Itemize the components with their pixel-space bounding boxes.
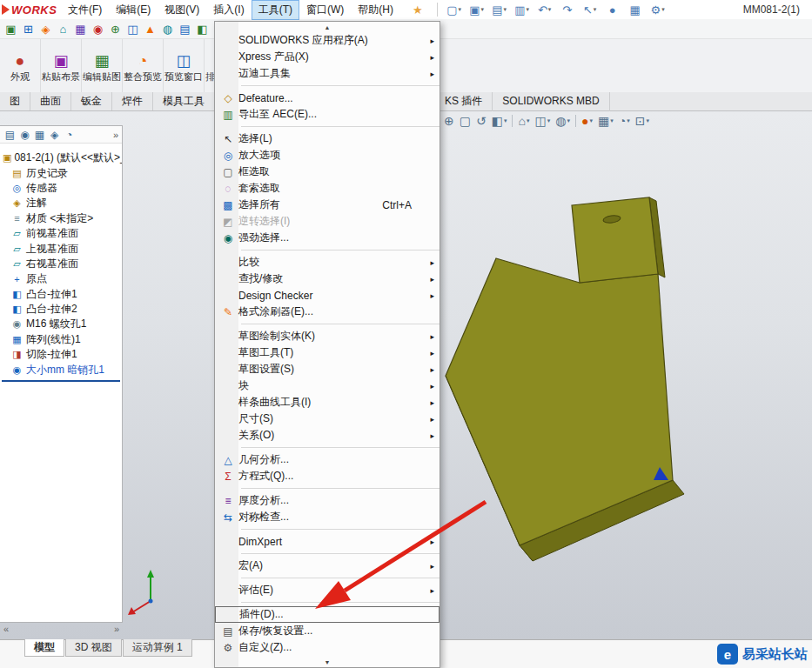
preview-window-button[interactable]: ◫预览窗口	[164, 39, 205, 92]
menubar-item[interactable]: 编辑(E)	[109, 0, 158, 20]
undo-icon[interactable]: ↶▾	[535, 2, 554, 17]
menu-item[interactable]: ▥导出至 AEC(E)...	[215, 106, 440, 123]
propertymanager-tab-icon[interactable]: ◉	[17, 128, 32, 142]
tree-item[interactable]: ◉大小mm 暗销孔1	[0, 362, 122, 377]
menu-item[interactable]: ⇆对称检查...	[215, 509, 440, 525]
menu-item[interactable]: ≡厚度分析...	[215, 492, 440, 509]
menu-item[interactable]: 查找/修改▸	[215, 271, 440, 287]
configurationmanager-tab-icon[interactable]: ▦	[32, 128, 47, 142]
menu-item[interactable]: △几何分析...	[215, 451, 440, 468]
rebuild-icon[interactable]: ●	[603, 2, 622, 17]
ribbon-tab[interactable]: 图	[0, 92, 30, 110]
toolbar-icon[interactable]: ⊕	[107, 21, 124, 37]
tree-item[interactable]: ◉M16 螺纹孔1	[0, 317, 122, 331]
menu-item[interactable]: Σ方程式(Q)...	[215, 468, 440, 484]
tree-item[interactable]: ◧凸台-拉伸1	[0, 287, 122, 302]
menu-item[interactable]: 草图设置(S)▸	[215, 361, 440, 377]
menu-item[interactable]: 草图绘制实体(K)▸	[215, 328, 440, 344]
panel-expand-button[interactable]: »	[114, 624, 119, 634]
apply-scene-icon[interactable]: ▦▾	[598, 114, 614, 128]
menubar-item[interactable]: 插入(I)	[206, 0, 251, 20]
save-icon[interactable]: ▤▾	[490, 2, 509, 17]
toolbar-icon[interactable]: ▲	[142, 21, 158, 37]
menu-item[interactable]: ⚙自定义(Z)...	[215, 639, 440, 656]
appearance-button[interactable]: ●外观	[0, 39, 41, 92]
toolbar-icon[interactable]: ▣	[3, 21, 19, 37]
hide-show-items-icon[interactable]: ◍▾	[555, 114, 570, 128]
menu-item[interactable]: 关系(O)▸	[215, 427, 440, 444]
file-properties-icon[interactable]: ▦	[626, 2, 645, 17]
new-document-icon[interactable]: ▢▾	[445, 2, 464, 17]
menu-item[interactable]: DimXpert▸	[215, 533, 440, 550]
ribbon-tab[interactable]: 焊件	[112, 92, 153, 110]
menu-item[interactable]: 草图工具(T)▸	[215, 344, 440, 361]
panel-collapse-button[interactable]: «	[3, 624, 9, 634]
menu-item[interactable]: 样条曲线工具(I)▸	[215, 394, 440, 411]
toolbar-icon[interactable]: ◉	[90, 21, 106, 37]
tree-item[interactable]: ▱前视基准面	[0, 226, 122, 241]
tree-item[interactable]: ◨切除-拉伸1	[0, 347, 122, 362]
menu-item[interactable]: ↖选择(L)	[215, 130, 440, 147]
menubar-item[interactable]: 窗口(W)	[299, 0, 351, 20]
menu-item[interactable]: ▩选择所有Ctrl+A	[215, 197, 440, 213]
menubar-item[interactable]: 视图(V)	[158, 0, 206, 20]
panel-fly-out-button[interactable]: »	[113, 130, 122, 140]
rollback-bar[interactable]	[2, 380, 120, 382]
menu-item[interactable]: 比较▸	[215, 254, 440, 271]
menu-item[interactable]: 插件(D)...	[215, 606, 440, 623]
document-tab[interactable]: 模型	[24, 639, 64, 657]
menubar-item[interactable]: 帮助(H)	[351, 0, 400, 20]
tree-item[interactable]: ▱右视基准面	[0, 257, 122, 271]
pin-star-icon[interactable]: ★	[413, 3, 423, 17]
menu-item[interactable]: 块▸	[215, 377, 440, 394]
toolbar-icon[interactable]: ▦	[72, 21, 89, 37]
zoom-fit-icon[interactable]: ⊕	[444, 114, 454, 128]
integrated-preview-button[interactable]: ◔整合预览	[123, 39, 164, 92]
menu-scroll-up-icon[interactable]: ▲	[215, 22, 440, 32]
redo-icon[interactable]: ↷	[558, 2, 577, 17]
toolbar-icon[interactable]: ◫	[124, 21, 141, 37]
tree-item[interactable]: ◎传感器	[0, 181, 122, 196]
menubar-item[interactable]: 工具(T)	[252, 0, 299, 20]
menu-item[interactable]: 宏(A)▸	[215, 558, 440, 574]
previous-view-icon[interactable]: ↺	[476, 114, 487, 128]
ribbon-tab[interactable]: 模具工具	[153, 92, 215, 110]
menu-item[interactable]: ▢框选取	[215, 164, 440, 180]
toolbar-icon[interactable]: ▤	[177, 21, 193, 37]
ribbon-tab[interactable]: SOLIDWORKS MBD	[493, 92, 609, 111]
toolbar-icon[interactable]: ◈	[37, 21, 54, 37]
menu-item[interactable]: ◇Defeature...	[215, 90, 440, 106]
ribbon-tab[interactable]: 曲面	[30, 92, 71, 110]
tree-item[interactable]: ≡材质 <未指定>	[0, 211, 122, 226]
view-settings-icon[interactable]: ◔▾	[619, 114, 630, 128]
select-icon[interactable]: ↖▾	[580, 2, 600, 17]
menubar-item[interactable]: 文件(F)	[61, 0, 109, 20]
tree-item[interactable]: +原点	[0, 271, 122, 286]
paste-scene-button[interactable]: ▣粘贴布景	[41, 39, 82, 92]
ribbon-tab[interactable]: 钣金	[71, 92, 112, 110]
menu-item[interactable]: ◎放大选项	[215, 147, 440, 164]
view-orientation-icon[interactable]: ⌂▾	[518, 114, 529, 128]
zoom-area-icon[interactable]: ▢	[460, 114, 471, 128]
menu-item[interactable]: ✎格式涂刷器(E)...	[215, 304, 440, 320]
edit-appearance-icon[interactable]: ●▾	[581, 114, 593, 128]
menu-item[interactable]: SOLIDWORKS 应用程序(A)▸	[215, 32, 440, 49]
document-tab[interactable]: 3D 视图	[65, 639, 122, 657]
toolbar-icon[interactable]: ◧	[194, 21, 211, 37]
dimxpertmanager-tab-icon[interactable]: ◈	[47, 128, 62, 142]
tree-item[interactable]: ▤历史记录	[0, 165, 122, 180]
edit-decal-button[interactable]: ▦编辑贴图	[82, 39, 123, 92]
featuremanager-tab-icon[interactable]: ▤	[3, 128, 17, 142]
tree-item[interactable]: ▣081-2(1) (默认<<默认>_5	[0, 150, 122, 165]
options-icon[interactable]: ⚙▾	[648, 2, 668, 17]
menu-item[interactable]: Xpress 产品(X)▸	[215, 49, 440, 65]
toolbar-icon[interactable]: ⌂	[55, 21, 71, 37]
tree-item[interactable]: ▱上视基准面	[0, 241, 122, 256]
menu-item[interactable]: 评估(E)▸	[215, 582, 440, 598]
ribbon-tab[interactable]: KS 插件	[435, 92, 493, 111]
menu-item[interactable]: 迈迪工具集▸	[215, 65, 440, 82]
print-icon[interactable]: ▥▾	[513, 2, 532, 17]
menu-item[interactable]: ▤保存/恢复设置...	[215, 623, 440, 639]
menu-item[interactable]: ◌套索选取	[215, 180, 440, 197]
monitor-icon[interactable]: ⊡▾	[635, 114, 649, 128]
